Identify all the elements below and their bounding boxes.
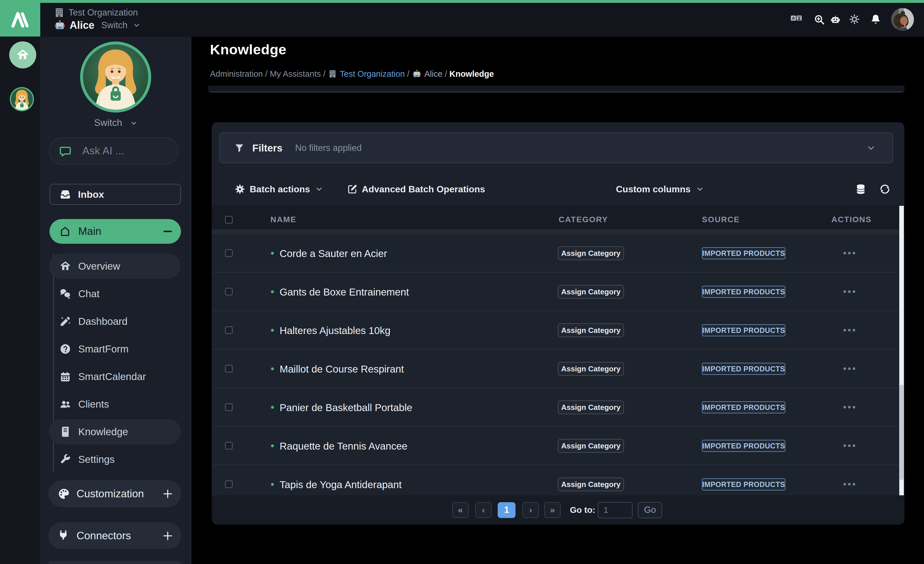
svg-text:A: A — [792, 16, 795, 20]
